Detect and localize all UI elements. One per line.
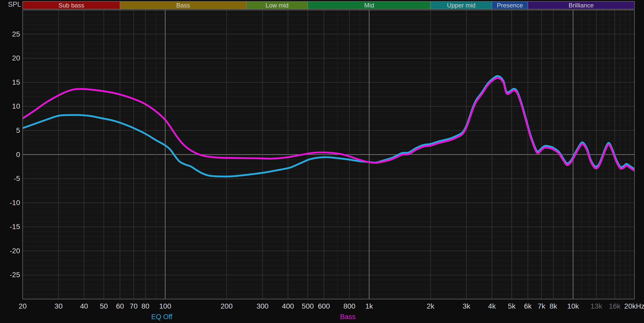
band-label: Upper mid — [447, 2, 476, 9]
x-tick-label: 400 — [282, 302, 294, 310]
x-tick-label: 10k — [567, 302, 579, 310]
x-tick-label: 60 — [116, 302, 124, 310]
x-tick-label: 6k — [524, 302, 532, 310]
x-tick-label: 30 — [55, 302, 63, 310]
y-tick-label: 15 — [12, 78, 20, 86]
x-tick-label: 100 — [159, 302, 171, 310]
band-label: Bass — [176, 2, 190, 9]
band-label: Sub bass — [58, 2, 84, 9]
y-tick-label: -10 — [10, 199, 20, 207]
x-tick-label: 200 — [221, 302, 233, 310]
x-tick-label: 500 — [302, 302, 314, 310]
x-tick-label: 16k — [609, 302, 621, 310]
x-tick-label: 80 — [141, 302, 149, 310]
y-tick-label: 0 — [16, 151, 20, 159]
eq-frequency-response-panel: SPL Sub bassBassLow midMidUpper midPrese… — [0, 0, 644, 323]
y-axis-labels: 2520151050-5-10-15-20-25 — [10, 30, 20, 279]
x-tick-label: 70 — [130, 302, 138, 310]
y-tick-label: -15 — [10, 223, 20, 231]
band-label: Low mid — [266, 2, 289, 9]
band-label: Mid — [364, 2, 374, 9]
x-tick-label: 7k — [538, 302, 546, 310]
x-tick-label: 600 — [318, 302, 330, 310]
legend-bass[interactable]: Bass — [340, 312, 355, 321]
y-tick-label: -5 — [14, 174, 20, 182]
frequency-response-chart: Sub bassBassLow midMidUpper midPresenceB… — [0, 0, 644, 323]
x-tick-label: 5k — [508, 302, 516, 310]
x-tick-label: 13k — [590, 302, 602, 310]
y-tick-label: -25 — [10, 271, 20, 279]
y-tick-label: 10 — [12, 102, 20, 110]
y-tick-label: 25 — [12, 30, 20, 38]
legend-eq-off[interactable]: EQ Off — [151, 312, 172, 321]
x-tick-label: 40 — [80, 302, 88, 310]
y-tick-label: 20 — [12, 54, 20, 62]
band-label: Presence — [497, 2, 523, 9]
band-header-bar: Sub bassBassLow midMidUpper midPresenceB… — [23, 2, 634, 9]
x-tick-label: 4k — [488, 302, 496, 310]
x-tick-label: 2k — [427, 302, 435, 310]
x-tick-label: 20 — [19, 302, 27, 310]
x-tick-label: 800 — [343, 302, 355, 310]
band-label: Brilliance — [569, 2, 594, 9]
x-tick-label: 300 — [257, 302, 269, 310]
x-tick-label: 20kHz — [624, 302, 644, 310]
x-tick-label: 50 — [100, 302, 108, 310]
y-tick-label: 5 — [16, 126, 20, 134]
x-tick-label: 1k — [365, 302, 373, 310]
y-tick-label: -20 — [10, 247, 20, 255]
x-axis-labels: 203040506070801002003004005006008001k2k3… — [19, 302, 644, 310]
x-tick-label: 3k — [463, 302, 471, 310]
x-tick-label: 8k — [549, 302, 557, 310]
